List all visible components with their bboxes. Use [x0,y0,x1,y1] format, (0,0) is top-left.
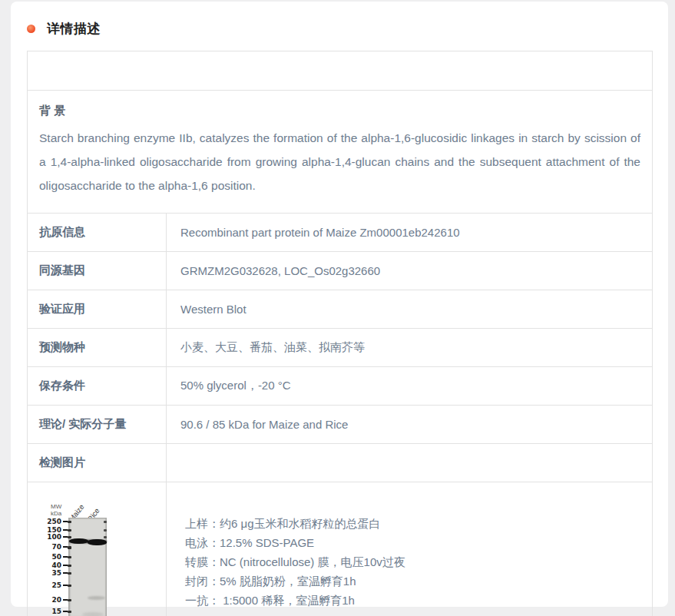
mw-marker: 20 [44,596,68,604]
row-label: 理论/ 实际分子量 [28,406,167,444]
empty-row [28,51,653,91]
gel-speck [104,521,107,523]
mw-value: 20 [51,596,61,604]
ladder-band [68,572,71,575]
gel-speck [104,529,107,532]
row-label: 验证应用 [28,290,167,329]
row-value: 50% glycerol，-20 °C [167,367,653,406]
row-label: 抗原信息 [28,214,167,252]
ladder-band [68,599,71,601]
mw-label: MW [51,503,61,510]
background-label: 背 景 [39,104,640,118]
table-row: 验证应用 Western Blot [28,290,653,329]
mw-marker: 70 [44,543,68,551]
protocol-line: 一抗： 1:5000 稀释，室温孵育1h [185,591,644,610]
mw-marker: 25 [44,581,68,589]
mw-value: 40 [51,561,61,569]
row-value: GRMZM2G032628, LOC_Os02g32660 [167,252,653,290]
row-value: Western Blot [167,290,653,329]
row-label: 保存条件 [28,367,167,406]
ladder-band [68,521,71,523]
mw-marker: 250 [44,518,68,525]
mw-marker: 40 [44,561,68,569]
gel-membrane [68,518,107,616]
background-cell: 背 景 Starch branching enzyme IIb, catalyz… [28,91,653,214]
row-label: 同源基因 [28,252,167,290]
empty-cell [28,51,653,91]
table-row: 预测物种 小麦、大豆、番茄、油菜、拟南芥等 [28,329,653,367]
row-value: 90.6 / 85 kDa for Maize and Rice [167,406,653,444]
background-text: Starch branching enzyme IIb, catalyzes t… [39,126,640,197]
faint-band [88,596,105,600]
gel-speck [104,536,107,538]
mw-value: 100 [47,533,61,541]
ladder-band [68,529,71,532]
table-row: 理论/ 实际分子量 90.6 / 85 kDa for Maize and Ri… [28,406,653,444]
table-row: 保存条件 50% glycerol，-20 °C [28,367,653,406]
detail-table: 背 景 Starch branching enzyme IIb, catalyz… [27,51,653,616]
western-blot-image: MW kDa Maize Rice 250 150 100 70 5 [44,488,168,616]
mw-value: 35 [51,569,61,577]
section-header: 详情描述 [11,2,668,38]
row-value: 小麦、大豆、番茄、油菜、拟南芥等 [167,329,653,367]
ladder-band [68,556,71,558]
protein-band-maize [69,538,88,544]
ladder-band [68,536,71,538]
row-value: Recombinant part protein of Maize Zm0000… [167,214,653,252]
mw-marker: 100 [44,533,68,541]
mw-marker: 50 [44,553,68,561]
ladder-band [68,565,71,567]
ladder-band [68,546,71,549]
protocol-line: 上样：约6 μg玉米和水稻籽粒的总蛋白 [185,514,644,533]
blot-cell: MW kDa Maize Rice 250 150 100 70 5 [28,482,167,616]
mw-value: 15 [51,608,61,615]
mw-value: 50 [51,553,61,561]
mw-value: 70 [51,543,61,551]
mw-value: 250 [47,518,61,525]
protocol-line: 封闭：5% 脱脂奶粉，室温孵育1h [185,571,644,591]
protocol-line: 转膜：NC (nitrocellulose) 膜，电压10v过夜 [185,552,644,571]
mw-marker: 35 [44,569,68,577]
mw-value: 25 [51,581,61,589]
background-row: 背 景 Starch branching enzyme IIb, catalyz… [28,91,653,214]
faint-band [82,612,104,616]
mw-marker: 15 [44,608,68,615]
row-label: 检测图片 [28,444,167,482]
table-row: 检测图片 [28,444,653,482]
row-label: 预测物种 [28,329,167,367]
kda-label: kDa [51,510,61,517]
page-title: 详情描述 [47,20,101,38]
ladder-band [68,611,71,613]
row-value [167,444,653,482]
bullet-dot-icon [27,25,35,33]
protocol-line: 电泳：12.5% SDS-PAGE [185,533,644,552]
table-row: 同源基因 GRMZM2G032628, LOC_Os02g32660 [28,252,653,290]
ladder-band [68,585,71,587]
mw-units-label: MW kDa [51,503,61,517]
protocol-cell: 上样：约6 μg玉米和水稻籽粒的总蛋白 电泳：12.5% SDS-PAGE 转膜… [167,482,653,616]
blot-row: MW kDa Maize Rice 250 150 100 70 5 [28,482,653,616]
protein-band-rice [88,539,107,545]
table-row: 抗原信息 Recombinant part protein of Maize Z… [28,214,653,252]
content-card: 详情描述 背 景 Starch branching enzyme IIb, ca… [11,2,668,607]
